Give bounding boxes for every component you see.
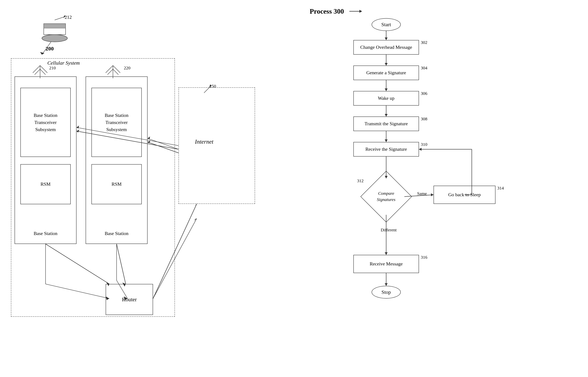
svg-line-15 — [106, 66, 113, 73]
fc-316-label: 316 — [421, 255, 427, 260]
fc-308: Transmit the Signature — [353, 117, 419, 131]
router-box: Router — [106, 284, 153, 315]
fc-302-label: 302 — [421, 40, 427, 45]
fc-304-label: 304 — [421, 66, 427, 71]
svg-marker-58 — [385, 252, 388, 255]
bts-2-label: Base StationTransceiverSubsystem — [105, 112, 129, 133]
fc-306: Wake up — [353, 91, 419, 106]
fc-start: Start — [372, 18, 401, 31]
svg-marker-44 — [385, 37, 388, 40]
bs-2-bottom: Base Station — [86, 231, 147, 236]
bs-1-bottom: Base Station — [15, 231, 76, 236]
label-212: 212 — [65, 14, 72, 20]
rsm-1-label: RSM — [41, 181, 51, 187]
fc-308-label: 308 — [421, 117, 427, 121]
fc-302: Change Overhead Message — [353, 40, 419, 55]
svg-marker-64 — [419, 148, 421, 151]
antenna-2-icon — [102, 62, 124, 80]
svg-marker-56 — [431, 193, 433, 196]
process-title: Process 300 — [310, 7, 344, 15]
svg-line-16 — [113, 66, 120, 73]
internet-box — [179, 87, 255, 204]
svg-marker-48 — [385, 88, 388, 91]
rsm-1-box: RSM — [20, 164, 71, 204]
internet-label: Internet — [195, 138, 213, 145]
antenna-2-label: 220 — [124, 66, 131, 71]
fc-314: Go back to Sleep — [433, 186, 495, 204]
svg-line-11 — [40, 66, 47, 73]
fc-312-label: 312 — [357, 178, 364, 183]
svg-marker-46 — [385, 63, 388, 66]
page-container: Process 300 212 200 Cellular System — [0, 0, 588, 377]
cellular-system-label: Cellular System — [47, 60, 80, 66]
bts-1-label: Base StationTransceiverSubsystem — [34, 112, 58, 133]
svg-line-10 — [33, 66, 40, 73]
base-station-1: Base StationTransceiverSubsystem RSM Bas… — [15, 76, 76, 244]
antenna-1-icon — [29, 62, 51, 80]
fc-same-label: Same — [417, 191, 427, 196]
svg-rect-5 — [44, 24, 66, 28]
fc-314-label: 314 — [497, 186, 504, 191]
label-250-arrow — [193, 82, 215, 96]
fc-310-label: 310 — [421, 142, 427, 147]
base-station-2: Base StationTransceiverSubsystem RSM Bas… — [86, 76, 147, 244]
fc-stop: Stop — [372, 286, 401, 299]
process-arrow-icon — [348, 8, 362, 15]
fc-306-label: 306 — [421, 91, 427, 96]
svg-marker-28 — [193, 218, 197, 221]
router-label: Router — [122, 296, 137, 303]
fc-316: Receive Message — [353, 255, 419, 273]
fc-different-label: Different — [381, 228, 397, 233]
svg-marker-8 — [40, 52, 44, 55]
svg-marker-50 — [385, 114, 388, 117]
bts-1-box: Base StationTransceiverSubsystem — [20, 88, 71, 157]
svg-marker-60 — [385, 283, 388, 286]
svg-line-7 — [42, 42, 51, 55]
bts-2-box: Base StationTransceiverSubsystem — [91, 88, 142, 157]
svg-marker-1 — [360, 10, 362, 13]
fc-312-diamond: CompareSignatures — [368, 178, 404, 215]
fc-310: Receive the Signature — [353, 142, 419, 156]
svg-line-19 — [204, 85, 211, 93]
rsm-2-label: RSM — [112, 181, 122, 187]
svg-marker-52 — [385, 140, 388, 142]
fc-304: Generate a Signature — [353, 66, 419, 80]
rsm-2-box: RSM — [91, 164, 142, 204]
